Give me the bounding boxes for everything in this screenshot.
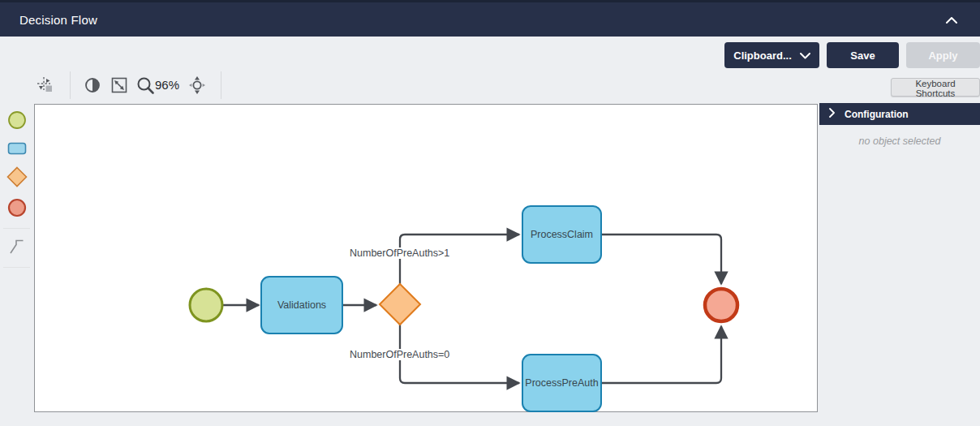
edge-processpreauth-to-end[interactable] [601, 326, 721, 383]
node-start-event[interactable] [190, 289, 222, 321]
no-object-selected-message: no object selected [819, 136, 980, 147]
diagram-canvas[interactable]: Validations ProcessClaim ProcessPreAuth … [34, 104, 818, 412]
toolbar-divider [221, 71, 221, 99]
configuration-panel-header[interactable]: Configuration [819, 103, 980, 125]
page-title: Decision Flow [19, 13, 97, 27]
chevron-down-icon [800, 49, 810, 62]
chevron-right-icon [829, 108, 835, 120]
shape-palette [0, 104, 33, 274]
contrast-icon[interactable] [84, 77, 101, 93]
collapse-panel-button[interactable] [941, 9, 962, 31]
node-validations[interactable] [261, 277, 342, 333]
edge-condition-label-preauth: NumberOfPreAuths=0 [348, 349, 451, 360]
node-processclaim[interactable] [522, 206, 601, 263]
toolbar-divider [70, 71, 71, 99]
palette-end-event-icon[interactable] [6, 196, 28, 222]
clipboard-dropdown-button[interactable]: Clipboard... [724, 42, 819, 68]
palette-connector-tool-icon[interactable] [6, 235, 28, 260]
snap-to-grid-icon[interactable] [37, 77, 54, 93]
apply-button-label: Apply [928, 49, 957, 62]
save-button-label: Save [850, 49, 875, 62]
zoom-icon[interactable] [136, 76, 155, 95]
edge-processclaim-to-end[interactable] [601, 235, 721, 284]
edge-gateway-to-processclaim[interactable] [400, 235, 519, 285]
edge-condition-label-claim: NumberOfPreAuths>1 [348, 247, 451, 259]
configuration-panel-title: Configuration [845, 109, 909, 120]
palette-divider [3, 267, 30, 268]
node-processpreauth[interactable] [522, 355, 601, 411]
pan-icon[interactable] [187, 75, 207, 95]
clipboard-button-label: Clipboard... [733, 49, 792, 62]
palette-gateway-icon[interactable] [5, 165, 29, 191]
fit-to-screen-icon[interactable] [111, 77, 127, 93]
chevron-up-icon [946, 14, 957, 26]
palette-divider [3, 228, 30, 229]
save-button[interactable]: Save [827, 42, 899, 68]
palette-start-event-icon[interactable] [6, 109, 28, 134]
zoom-level-value: 96% [155, 78, 179, 92]
app-header: Decision Flow [0, 0, 980, 37]
flow-diagram [35, 105, 819, 413]
apply-button: Apply [906, 42, 980, 68]
palette-task-icon[interactable] [6, 140, 28, 159]
node-gateway[interactable] [380, 284, 420, 325]
keyboard-shortcuts-button[interactable]: Keyboard Shortcuts [891, 78, 980, 97]
node-end-event[interactable] [705, 289, 737, 321]
